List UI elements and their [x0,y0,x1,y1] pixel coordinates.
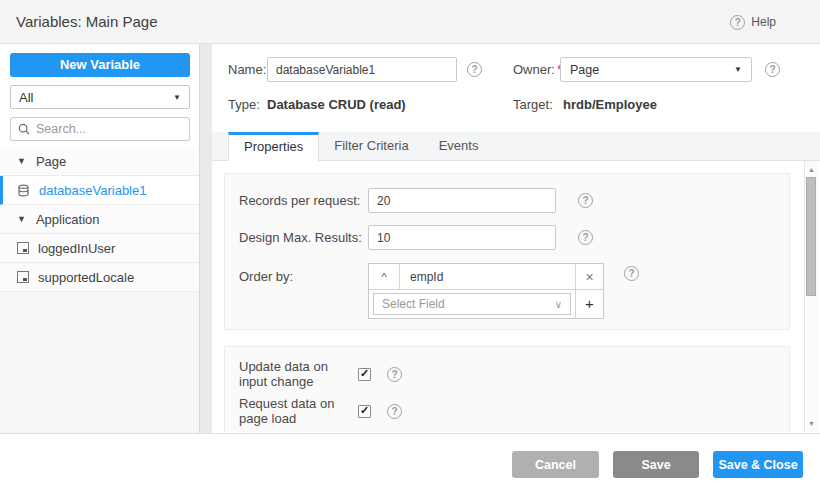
tree-item-label: supportedLocale [38,270,134,285]
type-label: Type: [228,97,260,112]
update-on-input-change-label: Update data on input change [239,359,358,389]
variables-sidebar: New Variable All ▼ ▼ Page [0,44,200,433]
panel-divider [200,44,212,433]
check-icon: ✓ [360,368,369,379]
static-variable-icon [17,271,29,283]
properties-tab-content: Records per request: ? Design Max. Resul… [212,161,820,432]
owner-help-icon[interactable]: ? [765,62,780,77]
variable-filter-value: All [19,90,33,105]
search-input[interactable] [36,122,176,136]
order-by-label: Order by: [239,263,293,290]
design-max-results-input[interactable] [368,225,556,250]
owner-value: Page [570,63,599,77]
type-target-row: Type: Database CRUD (read) Target: hrdb/… [212,97,820,117]
dialog-header: Variables: Main Page ? Help [0,0,820,44]
sidebar-empty-area [0,292,199,433]
page-title: Variables: Main Page [16,13,157,30]
remove-field-button[interactable]: × [575,264,603,289]
type-value: Database CRUD (read) [267,97,406,112]
variable-editor: Name:* ? Owner:* Page ▼ ? Type: Database… [212,44,820,432]
check-icon: ✓ [360,405,369,416]
new-variable-button[interactable]: New Variable [10,53,190,77]
tree-group-application[interactable]: ▼ Application [0,205,199,234]
records-per-request-input[interactable] [368,188,556,213]
update-help-icon[interactable]: ? [387,367,402,382]
design-max-results-row: Design Max. Results: ? [239,225,779,250]
tree-item-label: Application [36,212,100,227]
tree-item-loggedinuser[interactable]: loggedInUser [0,234,199,263]
caret-down-icon: ▼ [17,156,26,166]
caret-down-icon: ▼ [173,93,181,102]
dialog-footer: Cancel Save Save & Close [0,433,820,490]
tab-events[interactable]: Events [424,132,494,161]
tree-group-page[interactable]: ▼ Page [0,147,199,176]
data-settings-panel: Records per request: ? Design Max. Resul… [224,173,790,330]
tree-item-databasevariable1[interactable]: databaseVariable1 [0,176,199,205]
update-on-input-change-row: Update data on input change ✓ ? [239,366,759,382]
caret-down-icon: ▼ [17,214,26,224]
request-on-page-load-checkbox[interactable]: ✓ [358,405,371,418]
help-link[interactable]: ? Help [730,0,776,44]
order-by-field: empId [400,264,575,289]
tree-item-label: Page [36,154,66,169]
order-by-widget: ^ empId × Select Field ∨ + [368,263,604,319]
variable-filter-select[interactable]: All ▼ [10,85,190,109]
editor-tabs: Properties Filter Criteria Events [212,132,820,161]
owner-label: Owner:* [513,57,562,83]
target-value: hrdb/Employee [563,97,657,112]
tree-item-label: loggedInUser [38,241,115,256]
order-by-entry: ^ empId × [369,264,603,290]
request-help-icon[interactable]: ? [387,404,402,419]
behavior-panel: Update data on input change ✓ ? Request … [224,346,790,432]
name-owner-row: Name:* ? Owner:* Page ▼ ? [212,57,820,83]
save-button[interactable]: Save [613,451,699,478]
update-on-input-change-checkbox[interactable]: ✓ [358,368,371,381]
database-variable-icon [17,184,30,197]
save-and-close-button[interactable]: Save & Close [713,451,803,478]
scrollbar-thumb[interactable] [806,177,816,296]
tab-filter-criteria[interactable]: Filter Criteria [319,132,423,161]
name-input[interactable] [267,57,457,82]
tab-properties[interactable]: Properties [228,132,319,161]
chevron-down-icon: ∨ [555,299,562,310]
design-max-results-label: Design Max. Results: [239,225,362,250]
request-on-page-load-label: Request data on page load [239,396,358,426]
tree-item-label: databaseVariable1 [39,183,146,198]
static-variable-icon [17,242,29,254]
tree-item-supportedlocale[interactable]: supportedLocale [0,263,199,292]
owner-select[interactable]: Page ▼ [560,57,752,82]
variables-dialog: Variables: Main Page ? Help New Variable… [0,0,820,490]
records-help-icon[interactable]: ? [578,193,593,208]
variables-tree: ▼ Page databaseVariable1 ▼ Application [0,147,199,292]
add-field-button[interactable]: + [575,290,603,318]
variable-search [10,117,190,141]
select-field-dropdown[interactable]: Select Field ∨ [373,293,571,315]
help-label: Help [751,15,776,29]
caret-down-icon: ▼ [734,65,742,74]
target-label: Target: [513,97,553,112]
scroll-down-icon[interactable]: ▼ [805,420,818,427]
help-icon: ? [730,15,745,30]
name-help-icon[interactable]: ? [467,62,482,77]
design-help-icon[interactable]: ? [578,230,593,245]
sort-direction-toggle[interactable]: ^ [369,264,400,289]
content-scrollbar[interactable]: ▲ ▼ [804,161,818,432]
records-per-request-row: Records per request: ? [239,188,779,213]
search-icon [18,123,30,135]
scroll-up-icon[interactable]: ▲ [805,166,818,173]
order-by-add-row: Select Field ∨ + [369,290,603,318]
select-field-placeholder: Select Field [382,297,445,311]
request-on-page-load-row: Request data on page load ✓ ? [239,403,759,419]
records-per-request-label: Records per request: [239,188,360,213]
order-by-help-icon[interactable]: ? [624,266,639,281]
cancel-button[interactable]: Cancel [512,451,599,478]
